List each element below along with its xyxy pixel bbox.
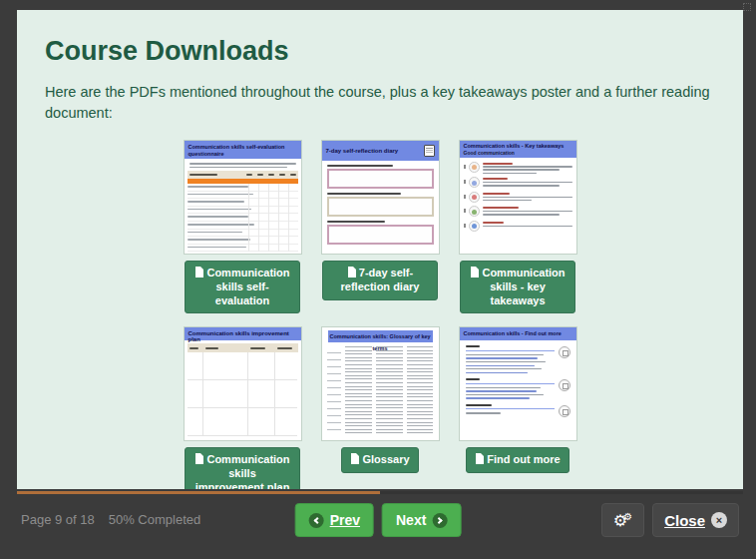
resize-handle-icon	[743, 3, 751, 11]
download-button-reflection-diary[interactable]: 7-day self-reflection diary	[322, 261, 438, 300]
document-icon	[194, 453, 203, 464]
webpage-icon	[559, 379, 570, 391]
download-button-improvement-plan[interactable]: Communication skills improvement plan	[185, 447, 300, 489]
page-title: Course Downloads	[45, 36, 715, 67]
next-button[interactable]: Next	[382, 503, 461, 537]
document-icon	[475, 453, 484, 464]
thumb-subtitle: Good communication	[464, 150, 572, 156]
download-button-key-takeaways[interactable]: Communication skills - key takeaways	[460, 261, 575, 313]
thumb-title: 7-day self-reflection diary	[326, 148, 399, 154]
download-button-glossary[interactable]: Glossary	[341, 447, 418, 473]
download-item-reflection-diary: 7-day self-reflection diary 7-day self-r…	[322, 141, 439, 300]
chevron-right-icon	[432, 513, 447, 528]
pdf-thumbnail-glossary: Communication skills: Glossary of key te…	[322, 327, 439, 440]
video-icon	[559, 405, 570, 417]
page-status: Page 9 of 1850% Completed	[21, 512, 214, 527]
page-description: Here are the PDFs mentioned throughout t…	[45, 82, 711, 124]
download-item-self-evaluation: Communication skills self-evaluation que…	[185, 141, 301, 313]
downloads-grid: Communication skills self-evaluation que…	[17, 141, 743, 489]
notepad-icon	[424, 145, 435, 157]
close-button[interactable]: Close ×	[652, 503, 739, 537]
thumb-title: Communication skills - Find out more	[460, 327, 576, 340]
pdf-thumbnail-key-takeaways: Communication skills - Key takeaways Goo…	[460, 141, 576, 254]
download-item-find-out-more: Communication skills - Find out more	[460, 327, 576, 473]
navigation-buttons: Prev Next	[295, 503, 462, 537]
download-button-self-evaluation[interactable]: Communication skills self-evaluation	[185, 261, 300, 313]
download-button-find-out-more[interactable]: Find out more	[466, 447, 568, 473]
completion-text: 50% Completed	[109, 512, 201, 527]
books-icon	[559, 346, 570, 358]
close-x-icon: ×	[711, 512, 727, 528]
thumb-title: Communication skills - Key takeaways	[464, 143, 572, 149]
download-item-key-takeaways: Communication skills - Key takeaways Goo…	[460, 141, 576, 313]
download-item-improvement-plan: Communication skills improvement plan Co…	[185, 327, 301, 489]
utility-buttons: ⚙⚙ Close ×	[601, 503, 739, 537]
document-icon	[347, 267, 356, 278]
thumb-title: Communication skills improvement plan	[185, 327, 301, 340]
pdf-thumbnail-find-out-more: Communication skills - Find out more	[460, 327, 576, 440]
pdf-thumbnail-improvement-plan: Communication skills improvement plan	[185, 327, 301, 440]
document-icon	[350, 453, 359, 464]
chevron-left-icon	[309, 513, 324, 528]
document-icon	[470, 267, 479, 278]
prev-button[interactable]: Prev	[295, 503, 374, 537]
download-item-glossary: Communication skills: Glossary of key te…	[322, 327, 439, 473]
page-number-text: Page 9 of 18	[21, 512, 95, 527]
gears-icon: ⚙⚙	[613, 512, 632, 529]
pdf-thumbnail-self-evaluation: Communication skills self-evaluation que…	[185, 141, 301, 254]
thumb-title: Communication skills: Glossary of key te…	[328, 330, 433, 342]
course-player-window: Course Downloads Here are the PDFs menti…	[0, 0, 756, 559]
slide-content: Course Downloads Here are the PDFs menti…	[17, 10, 743, 489]
document-icon	[194, 267, 203, 278]
course-progress-bar	[17, 491, 743, 494]
settings-button[interactable]: ⚙⚙	[601, 503, 644, 537]
thumb-title: Communication skills self-evaluation que…	[185, 141, 301, 159]
pdf-thumbnail-reflection-diary: 7-day self-reflection diary	[322, 141, 439, 254]
course-progress-fill	[17, 491, 380, 494]
